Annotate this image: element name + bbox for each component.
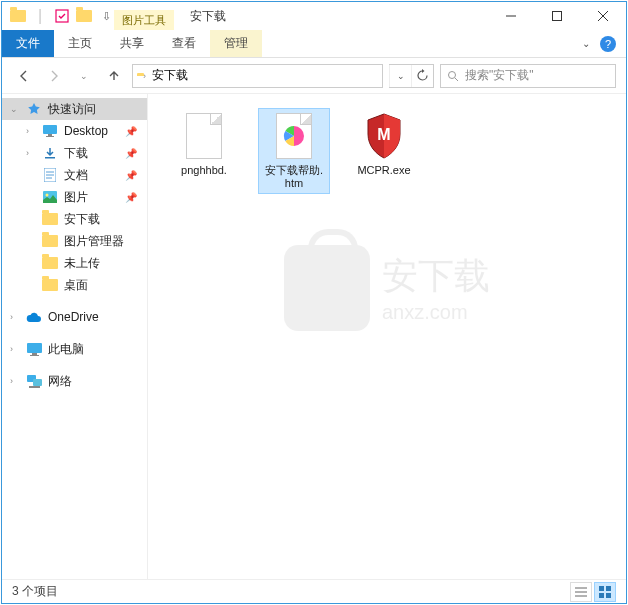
minimize-button[interactable]: [488, 2, 534, 30]
tab-view[interactable]: 查看: [158, 30, 210, 57]
onedrive-icon: [26, 309, 42, 325]
svg-rect-18: [32, 353, 37, 355]
folder-icon[interactable]: [76, 8, 92, 24]
svg-rect-7: [43, 125, 57, 134]
svg-text:M: M: [377, 126, 390, 143]
svg-rect-19: [30, 355, 39, 356]
watermark: 安下载anxz.com: [284, 245, 490, 331]
downloads-icon: [42, 145, 58, 161]
close-button[interactable]: [580, 2, 626, 30]
nav-desktop[interactable]: ›Desktop📌: [2, 120, 147, 142]
svg-rect-22: [29, 386, 40, 388]
chevron-right-icon[interactable]: ›: [143, 71, 146, 81]
qat-divider: |: [32, 8, 48, 24]
tab-manage[interactable]: 管理: [210, 30, 262, 57]
expand-icon[interactable]: ›: [10, 376, 20, 386]
ribbon-expand-icon[interactable]: ⌄: [582, 38, 590, 49]
svg-rect-8: [48, 134, 52, 136]
nav-label: 网络: [48, 373, 72, 390]
network-icon: [26, 373, 42, 389]
folder-icon: [42, 255, 58, 271]
properties-icon[interactable]: [54, 8, 70, 24]
file-item[interactable]: pnghhbd.: [168, 108, 240, 181]
breadcrumb-current[interactable]: 安下载: [152, 67, 188, 84]
qat-overflow-icon[interactable]: ⇩: [98, 8, 114, 24]
status-bar: 3 个项目: [2, 579, 626, 603]
view-icons-button[interactable]: [594, 582, 616, 602]
file-thumb-htm: [270, 112, 318, 160]
file-name: 安下载帮助.htm: [262, 164, 326, 190]
pin-icon: 📌: [125, 192, 143, 203]
folder-icon: [42, 233, 58, 249]
svg-rect-2: [553, 12, 562, 21]
nav-label: 桌面: [64, 277, 88, 294]
pin-icon: 📌: [125, 148, 143, 159]
nav-label: 快速访问: [48, 101, 96, 118]
nav-downloads[interactable]: ›下载📌: [2, 142, 147, 164]
nav-folder-anxz[interactable]: 安下载: [2, 208, 147, 230]
expand-icon[interactable]: ›: [26, 148, 36, 158]
nav-this-pc[interactable]: ›此电脑: [2, 338, 147, 360]
nav-onedrive[interactable]: ›OneDrive: [2, 306, 147, 328]
file-item[interactable]: M MCPR.exe: [348, 108, 420, 181]
nav-label: 图片: [64, 189, 88, 206]
nav-label: 此电脑: [48, 341, 84, 358]
nav-pictures[interactable]: 图片📌: [2, 186, 147, 208]
search-icon: [447, 70, 459, 82]
address-dropdown-icon[interactable]: ⌄: [389, 65, 411, 87]
desktop-icon: [42, 123, 58, 139]
star-icon: [26, 101, 42, 117]
svg-rect-17: [27, 343, 42, 353]
window-title: 安下载: [174, 8, 242, 25]
nav-folder-picmgr[interactable]: 图片管理器: [2, 230, 147, 252]
folder-icon: [10, 8, 26, 24]
file-item-selected[interactable]: 安下载帮助.htm: [258, 108, 330, 194]
expand-icon[interactable]: ›: [10, 344, 20, 354]
svg-rect-31: [606, 593, 611, 598]
documents-icon: [42, 167, 58, 183]
pictures-icon: [42, 189, 58, 205]
back-button[interactable]: [12, 64, 36, 88]
svg-rect-0: [56, 10, 68, 22]
svg-line-6: [455, 78, 458, 81]
nav-network[interactable]: ›网络: [2, 370, 147, 392]
file-thumb-exe: M: [360, 112, 408, 160]
nav-label: OneDrive: [48, 310, 99, 324]
view-details-button[interactable]: [570, 582, 592, 602]
nav-label: Desktop: [64, 124, 108, 138]
nav-label: 图片管理器: [64, 233, 124, 250]
nav-quick-access[interactable]: ⌄ 快速访问: [2, 98, 147, 120]
svg-rect-9: [46, 136, 54, 137]
nav-label: 下载: [64, 145, 88, 162]
file-tab[interactable]: 文件: [2, 30, 54, 57]
refresh-button[interactable]: [411, 65, 433, 87]
address-input[interactable]: › 安下载: [132, 64, 383, 88]
tab-home[interactable]: 主页: [54, 30, 106, 57]
file-name: MCPR.exe: [357, 164, 410, 177]
up-button[interactable]: [102, 64, 126, 88]
svg-point-16: [46, 194, 49, 197]
address-bar: ⌄ › 安下载 ⌄ 搜索"安下载": [2, 58, 626, 94]
svg-rect-30: [599, 593, 604, 598]
nav-label: 安下载: [64, 211, 100, 228]
help-icon[interactable]: ?: [600, 36, 616, 52]
tab-share[interactable]: 共享: [106, 30, 158, 57]
file-list[interactable]: 安下载anxz.com pnghhbd. 安下载帮助.htm M MCPR.ex…: [148, 94, 626, 579]
this-pc-icon: [26, 341, 42, 357]
expand-icon[interactable]: ›: [10, 312, 20, 322]
folder-icon: [42, 211, 58, 227]
nav-folder-unuploaded[interactable]: 未上传: [2, 252, 147, 274]
collapse-icon[interactable]: ⌄: [10, 104, 20, 114]
forward-button[interactable]: [42, 64, 66, 88]
item-count: 3 个项目: [12, 583, 58, 600]
recent-dropdown-icon[interactable]: ⌄: [72, 64, 96, 88]
contextual-tab-header: 图片工具: [114, 10, 174, 30]
nav-documents[interactable]: 文档📌: [2, 164, 147, 186]
nav-folder-desktop2[interactable]: 桌面: [2, 274, 147, 296]
maximize-button[interactable]: [534, 2, 580, 30]
search-input[interactable]: 搜索"安下载": [440, 64, 616, 88]
file-name: pnghhbd.: [181, 164, 227, 177]
nav-label: 文档: [64, 167, 88, 184]
nav-label: 未上传: [64, 255, 100, 272]
expand-icon[interactable]: ›: [26, 126, 36, 136]
